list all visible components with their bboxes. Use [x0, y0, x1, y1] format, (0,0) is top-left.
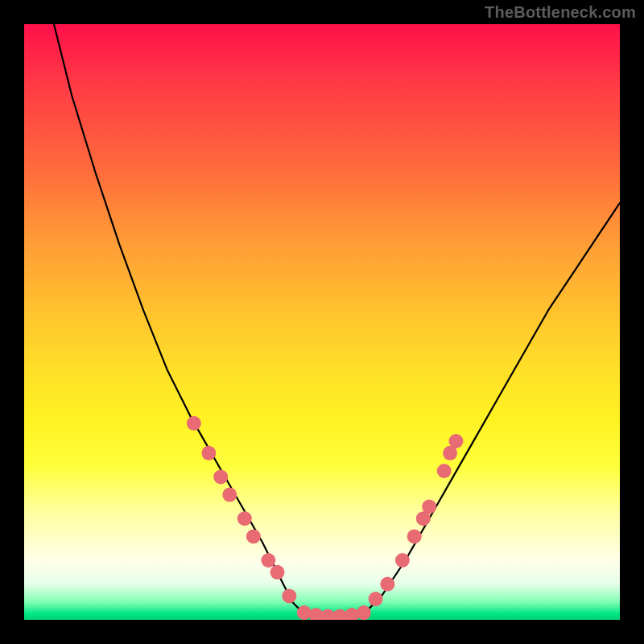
right-dot-1 [369, 592, 383, 606]
left-dot-2 [201, 446, 216, 460]
chart-frame: TheBottleneck.com [0, 0, 644, 644]
right-dot-3 [395, 553, 410, 568]
bottleneck-curve [54, 24, 620, 617]
left-dot-7 [261, 553, 275, 568]
right-dot-4 [407, 529, 422, 543]
left-dot-4 [222, 488, 237, 502]
right-dot-6 [422, 499, 436, 514]
left-dot-5 [237, 511, 252, 526]
data-points-group [187, 416, 464, 620]
left-dot-6 [246, 529, 261, 543]
right-dot-7 [437, 464, 452, 478]
left-dot-8 [270, 565, 285, 580]
curve-svg [24, 24, 620, 620]
watermark-text: TheBottleneck.com [485, 3, 636, 22]
left-dot-9 [282, 588, 296, 603]
plot-area [24, 24, 620, 620]
left-dot-1 [187, 416, 201, 431]
left-dot-3 [213, 469, 228, 484]
flat-dot-1 [297, 605, 312, 620]
flat-dot-6 [357, 605, 371, 620]
right-dot-2 [380, 577, 394, 592]
right-dot-9 [449, 434, 464, 448]
